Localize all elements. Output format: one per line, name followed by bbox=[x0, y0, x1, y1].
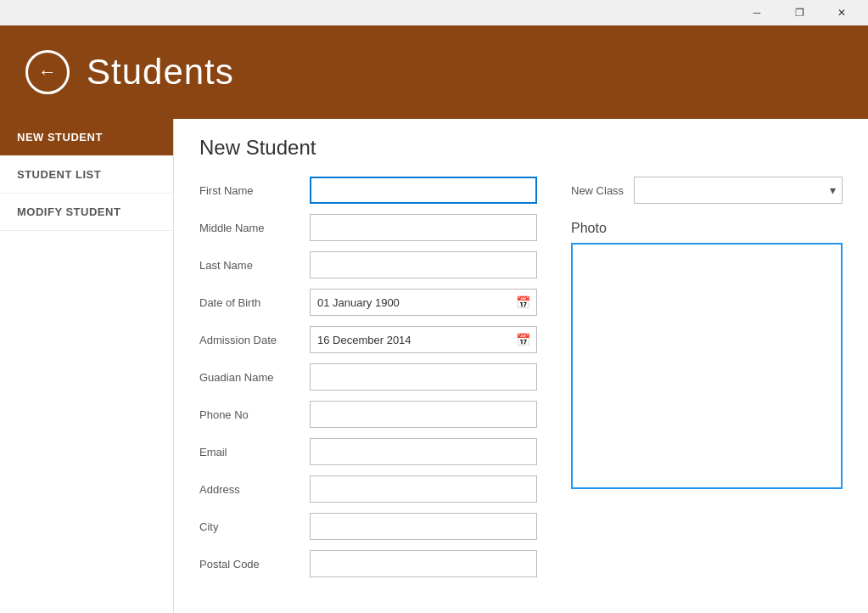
admission-date-input[interactable] bbox=[310, 326, 537, 353]
guardian-name-label: Guadian Name bbox=[199, 371, 310, 384]
postal-code-row: Postal Code bbox=[199, 550, 537, 577]
guardian-name-row: Guadian Name bbox=[199, 363, 537, 391]
main-layout: NEW STUDENT STUDENT LIST MODIFY STUDENT … bbox=[0, 119, 868, 613]
admission-date-label: Admission Date bbox=[199, 334, 310, 346]
photo-label: Photo bbox=[571, 221, 843, 236]
dob-input[interactable] bbox=[310, 289, 537, 316]
sidebar: NEW STUDENT STUDENT LIST MODIFY STUDENT bbox=[0, 119, 174, 613]
content-area: New Student First Name Middle Name Last … bbox=[174, 119, 868, 613]
email-row: Email bbox=[199, 438, 537, 465]
class-label: New Class bbox=[571, 184, 624, 197]
class-row: New Class bbox=[571, 177, 843, 204]
class-select-wrap bbox=[634, 177, 843, 204]
dob-row: Date of Birth 📅 bbox=[199, 289, 537, 316]
sidebar-item-modify-student[interactable]: MODIFY STUDENT bbox=[0, 194, 173, 231]
header: ← Students bbox=[0, 25, 868, 119]
address-label: Address bbox=[199, 483, 310, 496]
title-bar: ─ ❐ ✕ bbox=[0, 0, 868, 25]
back-button[interactable]: ← bbox=[25, 50, 70, 94]
email-input[interactable] bbox=[310, 438, 537, 465]
page-title: New Student bbox=[199, 136, 843, 160]
city-input[interactable] bbox=[310, 513, 537, 540]
middle-name-label: Middle Name bbox=[199, 222, 310, 234]
form-layout: First Name Middle Name Last Name Date of… bbox=[199, 177, 843, 588]
class-select[interactable] bbox=[634, 177, 843, 204]
last-name-label: Last Name bbox=[199, 259, 310, 272]
address-row: Address bbox=[199, 475, 537, 503]
last-name-row: Last Name bbox=[199, 251, 537, 278]
first-name-input[interactable] bbox=[310, 177, 537, 204]
form-left: First Name Middle Name Last Name Date of… bbox=[199, 177, 537, 588]
app-title: Students bbox=[87, 52, 234, 93]
postal-code-label: Postal Code bbox=[199, 558, 310, 571]
phone-input[interactable] bbox=[310, 401, 537, 428]
address-input[interactable] bbox=[310, 475, 537, 503]
restore-button[interactable]: ❐ bbox=[780, 0, 819, 25]
admission-calendar-icon[interactable]: 📅 bbox=[516, 333, 530, 346]
first-name-label: First Name bbox=[199, 184, 310, 197]
photo-box[interactable] bbox=[571, 243, 843, 489]
form-right: New Class Photo bbox=[571, 177, 843, 588]
last-name-input[interactable] bbox=[310, 251, 537, 278]
city-label: City bbox=[199, 520, 310, 533]
middle-name-input[interactable] bbox=[310, 214, 537, 241]
postal-code-input[interactable] bbox=[310, 550, 537, 577]
first-name-row: First Name bbox=[199, 177, 537, 204]
minimize-button[interactable]: ─ bbox=[737, 0, 776, 25]
dob-wrap: 📅 bbox=[310, 289, 537, 316]
phone-row: Phone No bbox=[199, 401, 537, 428]
guardian-name-input[interactable] bbox=[310, 363, 537, 391]
email-label: Email bbox=[199, 446, 310, 458]
phone-label: Phone No bbox=[199, 408, 310, 421]
dob-calendar-icon[interactable]: 📅 bbox=[516, 295, 530, 309]
dob-label: Date of Birth bbox=[199, 296, 310, 309]
back-icon: ← bbox=[38, 61, 57, 83]
close-button[interactable]: ✕ bbox=[822, 0, 861, 25]
middle-name-row: Middle Name bbox=[199, 214, 537, 241]
sidebar-item-new-student[interactable]: NEW STUDENT bbox=[0, 119, 173, 156]
city-row: City bbox=[199, 513, 537, 540]
photo-section: Photo bbox=[571, 221, 843, 489]
admission-date-row: Admission Date 📅 bbox=[199, 326, 537, 353]
admission-date-wrap: 📅 bbox=[310, 326, 537, 353]
sidebar-item-student-list[interactable]: STUDENT LIST bbox=[0, 156, 173, 194]
